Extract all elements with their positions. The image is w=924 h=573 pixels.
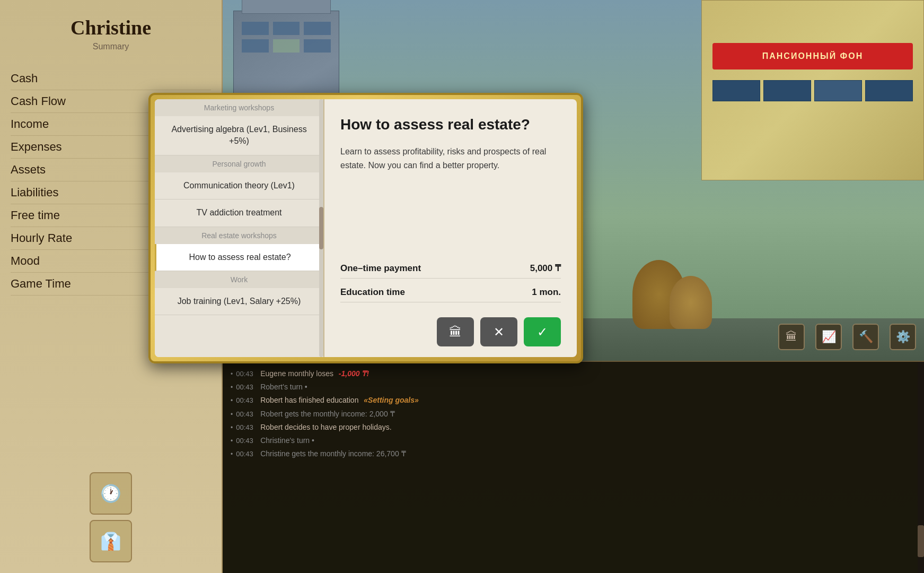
log-text: Eugene monthly loses (260, 367, 336, 380)
clock-icon-btn[interactable]: 🕐 (90, 472, 132, 515)
payment-row: One–time payment 5,000 ₸ (340, 258, 561, 279)
bank-icon-btn[interactable]: 🏛 (778, 324, 805, 350)
log-entry-7: • 00:43 Christine gets the monthly incom… (231, 447, 916, 461)
log-time: 00:43 (236, 394, 257, 406)
stat-expenses-label: Expenses (11, 140, 62, 154)
log-time: 00:43 (236, 435, 257, 447)
log-bullet: • (231, 409, 233, 421)
window (865, 80, 913, 101)
chart-icon-btn[interactable]: 📈 (815, 324, 842, 350)
stat-mood-label: Mood (11, 254, 40, 268)
left-bottom-icons: 🕐 👔 (0, 462, 222, 573)
window (273, 22, 300, 35)
log-entry-6: • 00:43 Christine's turn • (231, 434, 916, 447)
tie-icon-btn[interactable]: 👔 (90, 520, 132, 562)
course-item-tv[interactable]: TV addiction treatment (155, 199, 323, 227)
course-item-jobtraining[interactable]: Job training (Lev1, Salary +25%) (155, 288, 323, 315)
bank-button[interactable]: 🏛 (437, 317, 474, 346)
window (273, 39, 300, 53)
course-list-scrollbar[interactable] (319, 99, 323, 357)
log-time: 00:43 (236, 448, 257, 460)
window (304, 22, 331, 35)
log-highlight: «Setting goals» (364, 394, 418, 407)
building-roof (242, 0, 331, 14)
course-item-advertising[interactable]: Advertising algebra (Lev1, Business +5%) (155, 116, 323, 155)
window (763, 80, 811, 101)
log-bullet: • (231, 369, 233, 380)
log-bullet: • (231, 436, 233, 447)
log-text: Christine's turn • (260, 434, 314, 447)
stat-income-label: Income (11, 117, 49, 131)
stat-assets-label: Assets (11, 163, 46, 177)
stat-gametime-label: Game Time (11, 277, 71, 291)
log-text: Christine gets the monthly income: 26,70… (260, 447, 406, 461)
log-entry-3: • 00:43 Robert has finished education «S… (231, 394, 916, 407)
payment-label: One–time payment (340, 263, 421, 274)
stat-hourlyrate-label: Hourly Rate (11, 231, 72, 245)
settings-icon-btn[interactable]: ⚙️ (890, 324, 916, 350)
scrollbar-thumb (319, 207, 323, 249)
window (304, 39, 331, 53)
log-bullet: • (231, 395, 233, 407)
modal-buttons: 🏛 ✕ ✓ (340, 317, 561, 346)
log-text: Robert's turn • (260, 380, 307, 394)
education-modal: Marketing workshops Advertising algebra … (148, 93, 583, 363)
payment-value: 5,000 ₸ (530, 263, 561, 274)
category-work: Work (155, 271, 323, 288)
character-name: Christine (0, 0, 222, 42)
log-scrollbar[interactable] (918, 361, 924, 573)
course-item-communication[interactable]: Communication theory (Lev1) (155, 172, 323, 199)
log-scrollbar-thumb (918, 525, 924, 557)
hotel-sign: ПАНСИОННЫЙ ФОН (712, 43, 913, 70)
tools-icon-btn[interactable]: 🔨 (852, 324, 879, 350)
log-time: 00:43 (236, 368, 257, 380)
log-text: Robert gets the monthly income: 2,000 ₸ (260, 407, 394, 421)
education-time-label: Education time (340, 287, 405, 298)
log-time: 00:43 (236, 421, 257, 433)
window (242, 39, 269, 53)
tree-scene2 (670, 276, 712, 329)
cancel-button[interactable]: ✕ (480, 317, 517, 346)
stat-freetime-label: Free time (11, 209, 60, 222)
stat-cash: Cash (11, 67, 211, 90)
modal-content: Marketing workshops Advertising algebra … (155, 99, 577, 357)
log-time: 00:43 (236, 381, 257, 393)
log-entry-5: • 00:43 Robert decides to have proper ho… (231, 421, 916, 434)
building-hotel: ПАНСИОННЫЙ ФОН (701, 0, 924, 180)
right-toolbar: 🏛 📈 🔨 ⚙️ (778, 324, 916, 350)
building-windows (234, 11, 339, 63)
log-entry-4: • 00:43 Robert gets the monthly income: … (231, 407, 916, 421)
log-bullet: • (231, 382, 233, 394)
log-highlight: -1,000 ₸! (339, 367, 369, 380)
log-text: Robert has finished education (260, 394, 360, 407)
category-marketing: Marketing workshops (155, 99, 323, 116)
confirm-button[interactable]: ✓ (524, 317, 561, 346)
window (814, 80, 862, 101)
stat-cashflow-label: Cash Flow (11, 94, 66, 108)
game-log: • 00:43 Eugene monthly loses -1,000 ₸! •… (223, 361, 924, 573)
education-time-value: 1 mon. (532, 287, 561, 298)
course-item-realestate[interactable]: How to assess real estate? (155, 244, 323, 271)
course-description: Learn to assess profitability, risks and… (340, 145, 561, 242)
stat-cash-label: Cash (11, 72, 38, 85)
log-entry-2: • 00:43 Robert's turn • (231, 380, 916, 394)
log-entry-1: • 00:43 Eugene monthly loses -1,000 ₸! (231, 367, 916, 380)
window (242, 22, 269, 35)
log-time: 00:43 (236, 408, 257, 420)
course-title: How to assess real estate? (340, 115, 561, 134)
course-list: Marketing workshops Advertising algebra … (155, 99, 324, 357)
education-time-row: Education time 1 mon. (340, 283, 561, 302)
log-bullet: • (231, 422, 233, 434)
log-text: Robert decides to have proper holidays. (260, 421, 391, 434)
stat-liabilities-label: Liabilities (11, 186, 59, 199)
log-bullet: • (231, 449, 233, 461)
category-personal: Personal growth (155, 155, 323, 172)
course-detail: How to assess real estate? Learn to asse… (324, 99, 577, 357)
window (712, 80, 760, 101)
character-subtitle: Summary (0, 42, 222, 62)
category-realestate: Real estate workshops (155, 227, 323, 244)
